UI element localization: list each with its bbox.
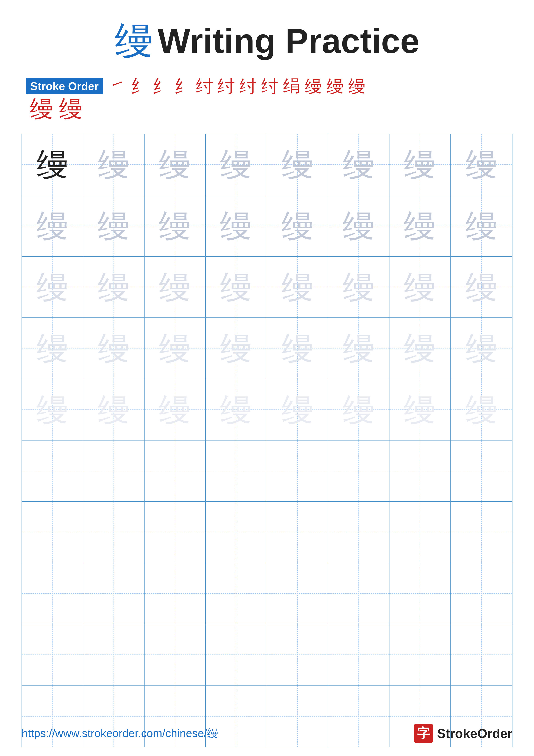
- cell-8-5[interactable]: [267, 563, 328, 624]
- cell-2-2[interactable]: 缦: [83, 195, 144, 256]
- cell-1-2[interactable]: 缦: [83, 134, 144, 195]
- cell-1-7[interactable]: 缦: [390, 134, 451, 195]
- char-3-8: 缦: [465, 271, 497, 303]
- cell-5-7[interactable]: 缦: [390, 379, 451, 441]
- cell-1-1[interactable]: 缦: [22, 134, 83, 195]
- cell-2-6[interactable]: 缦: [328, 195, 390, 256]
- cell-4-8[interactable]: 缦: [451, 318, 512, 379]
- cell-1-6[interactable]: 缦: [328, 134, 390, 195]
- cell-6-5[interactable]: [267, 441, 328, 502]
- cell-3-1[interactable]: 缦: [22, 257, 83, 318]
- char-1-3: 缦: [159, 148, 191, 180]
- char-1-2: 缦: [98, 148, 130, 180]
- cell-3-5[interactable]: 缦: [267, 257, 328, 318]
- char-3-3: 缦: [159, 271, 191, 303]
- cell-9-1[interactable]: [22, 624, 83, 686]
- cell-5-4[interactable]: 缦: [206, 379, 267, 441]
- cell-2-5[interactable]: 缦: [267, 195, 328, 256]
- char-2-6: 缦: [343, 210, 375, 242]
- cell-9-3[interactable]: [144, 624, 206, 686]
- cell-5-1[interactable]: 缦: [22, 379, 83, 441]
- cell-9-2[interactable]: [83, 624, 144, 686]
- char-5-8: 缦: [465, 393, 497, 426]
- cell-1-3[interactable]: 缦: [144, 134, 206, 195]
- cell-7-3[interactable]: [144, 502, 206, 563]
- cell-5-3[interactable]: 缦: [144, 379, 206, 441]
- cell-9-5[interactable]: [267, 624, 328, 686]
- cell-8-3[interactable]: [144, 563, 206, 624]
- char-5-3: 缦: [159, 393, 191, 426]
- cell-1-4[interactable]: 缦: [206, 134, 267, 195]
- cell-8-7[interactable]: [390, 563, 451, 624]
- cell-7-2[interactable]: [83, 502, 144, 563]
- cell-2-4[interactable]: 缦: [206, 195, 267, 256]
- stroke-1: ㇀: [109, 78, 126, 95]
- cell-4-1[interactable]: 缦: [22, 318, 83, 379]
- cell-6-8[interactable]: [451, 441, 512, 502]
- cell-2-8[interactable]: 缦: [451, 195, 512, 256]
- cell-4-2[interactable]: 缦: [83, 318, 144, 379]
- char-1-6: 缦: [343, 148, 375, 180]
- cell-6-2[interactable]: [83, 441, 144, 502]
- cell-6-4[interactable]: [206, 441, 267, 502]
- cell-8-2[interactable]: [83, 563, 144, 624]
- cell-5-5[interactable]: 缦: [267, 379, 328, 441]
- char-3-1: 缦: [36, 271, 68, 303]
- char-3-4: 缦: [220, 271, 252, 303]
- cell-8-8[interactable]: [451, 563, 512, 624]
- cell-9-7[interactable]: [390, 624, 451, 686]
- cell-5-6[interactable]: 缦: [328, 379, 390, 441]
- cell-4-6[interactable]: 缦: [328, 318, 390, 379]
- cell-1-5[interactable]: 缦: [267, 134, 328, 195]
- cell-7-6[interactable]: [328, 502, 390, 563]
- char-2-2: 缦: [98, 210, 130, 242]
- stroke-8: 纣: [261, 78, 279, 95]
- cell-4-7[interactable]: 缦: [390, 318, 451, 379]
- cell-8-4[interactable]: [206, 563, 267, 624]
- cell-8-6[interactable]: [328, 563, 390, 624]
- cell-2-1[interactable]: 缦: [22, 195, 83, 256]
- cell-3-3[interactable]: 缦: [144, 257, 206, 318]
- char-3-7: 缦: [404, 271, 436, 303]
- cell-4-4[interactable]: 缦: [206, 318, 267, 379]
- footer-url[interactable]: https://www.strokeorder.com/chinese/缦: [21, 726, 218, 741]
- cell-9-4[interactable]: [206, 624, 267, 686]
- cell-7-4[interactable]: [206, 502, 267, 563]
- stroke-chars: ㇀ 纟 纟 纟 纣 纣 纣 纣 绢 缦 缦 缦: [107, 78, 367, 95]
- cell-4-3[interactable]: 缦: [144, 318, 206, 379]
- cell-6-6[interactable]: [328, 441, 390, 502]
- cell-3-8[interactable]: 缦: [451, 257, 512, 318]
- char-3-6: 缦: [343, 271, 375, 303]
- cell-3-6[interactable]: 缦: [328, 257, 390, 318]
- cell-9-6[interactable]: [328, 624, 390, 686]
- cell-2-3[interactable]: 缦: [144, 195, 206, 256]
- char-2-3: 缦: [159, 210, 191, 242]
- cell-7-7[interactable]: [390, 502, 451, 563]
- char-2-4: 缦: [220, 210, 252, 242]
- cell-5-8[interactable]: 缦: [451, 379, 512, 441]
- grid-row-2: 缦 缦 缦 缦 缦 缦 缦: [22, 195, 512, 256]
- cell-3-2[interactable]: 缦: [83, 257, 144, 318]
- cell-4-5[interactable]: 缦: [267, 318, 328, 379]
- cell-2-7[interactable]: 缦: [390, 195, 451, 256]
- stroke-9: 绢: [283, 78, 300, 95]
- cell-5-2[interactable]: 缦: [83, 379, 144, 441]
- cell-3-4[interactable]: 缦: [206, 257, 267, 318]
- char-5-4: 缦: [220, 393, 252, 426]
- cell-6-7[interactable]: [390, 441, 451, 502]
- cell-1-8[interactable]: 缦: [451, 134, 512, 195]
- title-text: Writing Practice: [158, 24, 420, 58]
- grid-row-6: [22, 441, 512, 502]
- cell-8-1[interactable]: [22, 563, 83, 624]
- stroke-5: 纣: [196, 78, 213, 95]
- cell-6-1[interactable]: [22, 441, 83, 502]
- char-5-6: 缦: [343, 393, 375, 426]
- stroke-2: 纟: [131, 78, 148, 95]
- char-1-7: 缦: [404, 148, 436, 180]
- cell-9-8[interactable]: [451, 624, 512, 686]
- cell-3-7[interactable]: 缦: [390, 257, 451, 318]
- cell-7-8[interactable]: [451, 502, 512, 563]
- cell-6-3[interactable]: [144, 441, 206, 502]
- cell-7-1[interactable]: [22, 502, 83, 563]
- cell-7-5[interactable]: [267, 502, 328, 563]
